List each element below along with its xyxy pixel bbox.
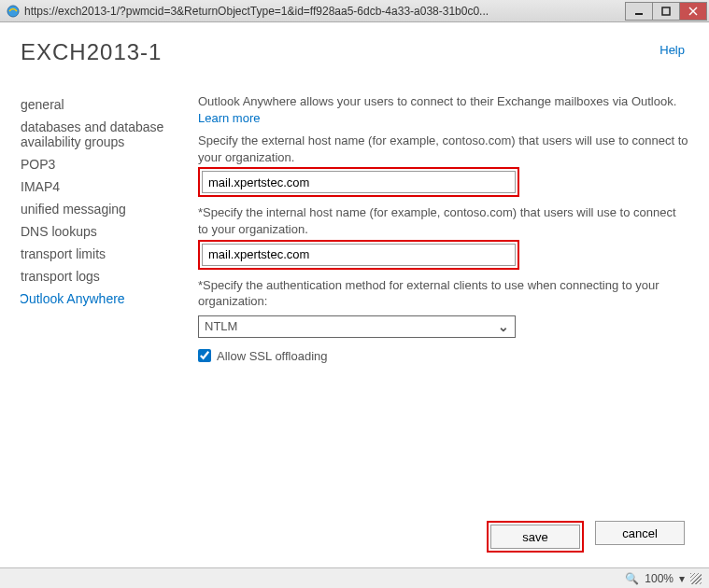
auth-method-value: NTLM — [205, 319, 237, 333]
auth-method-select[interactable]: NTLM ⌄ — [198, 315, 516, 338]
zoom-level: 100% — [645, 572, 674, 585]
close-button[interactable] — [679, 2, 707, 21]
ie-icon — [6, 4, 21, 19]
sidebar-item-databases[interactable]: databases and database availability grou… — [21, 116, 189, 153]
learn-more-link[interactable]: Learn more — [198, 111, 260, 125]
maximize-button[interactable] — [652, 2, 680, 21]
internal-host-highlight — [198, 240, 519, 270]
form-area: Outlook Anywhere allows your users to co… — [189, 93, 688, 567]
external-host-input[interactable] — [202, 171, 516, 193]
cancel-button[interactable]: cancel — [595, 521, 685, 545]
svg-point-0 — [7, 6, 19, 17]
titlebar: https://exch2013-1/?pwmcid=3&ReturnObjec… — [0, 0, 709, 22]
auth-method-label: *Specify the authentication method for e… — [198, 277, 688, 310]
titlebar-url: https://exch2013-1/?pwmcid=3&ReturnObjec… — [24, 5, 626, 18]
sidebar-item-transport-limits[interactable]: transport limits — [21, 243, 189, 265]
intro-text-content: Outlook Anywhere allows your users to co… — [198, 94, 676, 108]
statusbar: 🔍 100% ▾ — [0, 567, 709, 588]
sidebar-item-outlook-anywhere[interactable]: Outlook Anywhere — [21, 287, 189, 310]
resize-grip[interactable] — [690, 573, 702, 584]
sidebar-item-dns-lookups[interactable]: DNS lookups — [21, 220, 189, 243]
button-row: save cancel — [487, 521, 685, 553]
sidebar-item-pop3[interactable]: POP3 — [21, 153, 189, 175]
page-title: EXCH2013-1 — [21, 39, 688, 65]
zoom-dropdown-icon[interactable]: ▾ — [679, 572, 685, 585]
chevron-down-icon: ⌄ — [498, 319, 509, 334]
external-host-highlight — [198, 167, 519, 197]
svg-rect-2 — [662, 7, 670, 15]
sidebar: general databases and database availabil… — [21, 93, 189, 567]
intro-text: Outlook Anywhere allows your users to co… — [198, 93, 688, 127]
sidebar-item-imap4[interactable]: IMAP4 — [21, 175, 189, 198]
sidebar-item-unified-messaging[interactable]: unified messaging — [21, 198, 189, 220]
minimize-button[interactable] — [625, 2, 653, 21]
window-controls — [626, 2, 707, 21]
ssl-offloading-label: Allow SSL offloading — [217, 349, 328, 363]
save-button[interactable]: save — [490, 525, 580, 549]
save-button-highlight: save — [487, 521, 584, 553]
zoom-icon[interactable]: 🔍 — [625, 572, 639, 585]
ssl-offloading-checkbox[interactable] — [198, 349, 211, 362]
help-link[interactable]: Help — [659, 43, 685, 57]
external-host-label: Specify the external host name (for exam… — [198, 133, 688, 165]
internal-host-input[interactable] — [202, 244, 516, 266]
sidebar-item-transport-logs[interactable]: transport logs — [21, 265, 189, 287]
sidebar-item-general[interactable]: general — [21, 93, 189, 116]
ssl-offloading-row: Allow SSL offloading — [198, 349, 688, 363]
internal-host-label: *Specify the internal host name (for exa… — [198, 204, 688, 237]
